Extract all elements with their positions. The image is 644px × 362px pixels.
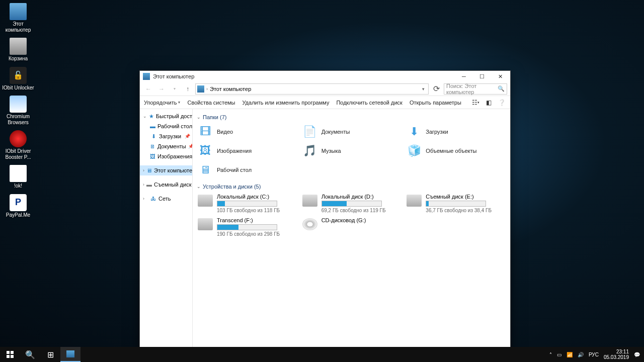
address-drop-icon[interactable]: ▾	[420, 86, 427, 92]
sidebar-item-quick-access[interactable]: ⌄★Быстрый доступ	[140, 111, 192, 121]
address-input[interactable]: › Этот компьютер ▾	[195, 83, 429, 95]
sidebar-item-network[interactable]: ›🖧Сеть	[140, 194, 192, 204]
chevron-right-icon[interactable]: ›	[143, 196, 147, 201]
pin-icon: 📌	[188, 144, 193, 149]
map-network-drive-button[interactable]: Подключить сетевой диск	[336, 100, 402, 106]
titlebar[interactable]: Этот компьютер ─ ☐ ✕	[140, 71, 510, 82]
desktop-icons: Этот компьютер Корзина 🔓IObit Unlocker C…	[2, 3, 34, 218]
chevron-right-icon[interactable]: ›	[143, 182, 144, 187]
drive-free-text: 69,2 ГБ свободно из 119 ГБ	[321, 208, 401, 213]
desktop-icon-recycle-bin[interactable]: Корзина	[2, 38, 34, 62]
network-icon: 🖧	[149, 195, 156, 202]
folder-item[interactable]: 🖥Рабочий стол	[197, 161, 297, 178]
file-explorer-window: Этот компьютер ─ ☐ ✕ ← → ▾ ↑ › Этот комп…	[139, 70, 511, 362]
folder-icon: 🧊	[407, 143, 422, 158]
maximize-button[interactable]: ☐	[473, 71, 491, 82]
chevron-right-icon[interactable]: ›	[143, 168, 144, 173]
task-view-button[interactable]: ⊞	[40, 347, 60, 362]
language-indicator[interactable]: РУС	[589, 352, 599, 357]
close-button[interactable]: ✕	[491, 71, 509, 82]
drive-item[interactable]: Transcend (F:)190 ГБ свободно из 298 ГБ	[197, 216, 297, 238]
desktop-icon-driver-booster[interactable]: IObit Driver Booster P...	[2, 130, 34, 160]
sidebar-item-downloads[interactable]: ⬇Загрузки📌	[140, 131, 192, 141]
forward-button[interactable]: →	[156, 83, 167, 95]
chevron-down-icon[interactable]: ⌄	[143, 114, 147, 119]
sidebar-item-pictures[interactable]: 🖼Изображения📌	[140, 151, 192, 161]
system-properties-button[interactable]: Свойства системы	[187, 100, 235, 106]
refresh-button[interactable]: ⟳	[431, 83, 442, 95]
notifications-button[interactable]: 💬	[634, 352, 640, 357]
drive-item[interactable]: CD-дисковод (G:)	[301, 216, 402, 238]
star-icon: ★	[149, 113, 154, 120]
desktop-icon-chromium[interactable]: Chromium Browsers	[2, 96, 34, 125]
drive-free-text: 103 ГБ свободно из 118 ГБ	[217, 208, 296, 213]
taskbar-item-explorer[interactable]	[60, 347, 80, 362]
desktop-icon-ok[interactable]: !ok!	[2, 165, 34, 189]
folder-item[interactable]: 🎞Видео	[197, 123, 297, 140]
search-icon: 🔍	[498, 85, 505, 92]
desktop-icon-paypal[interactable]: PPayPal.Me	[2, 194, 34, 218]
recent-locations-button[interactable]: ▾	[169, 83, 180, 95]
volume-icon[interactable]: 🔊	[578, 352, 584, 357]
folder-icon: 🎞	[198, 124, 213, 139]
folder-name: Объемные объекты	[426, 148, 476, 154]
uninstall-program-button[interactable]: Удалить или изменить программу	[242, 100, 329, 106]
folder-item[interactable]: 🎵Музыка	[301, 142, 402, 159]
sidebar-item-this-pc[interactable]: ›🖥Этот компьютер	[140, 165, 192, 175]
capacity-bar	[426, 201, 486, 207]
drive-item[interactable]: Локальный диск (C:)103 ГБ свободно из 11…	[197, 193, 297, 214]
minimize-button[interactable]: ─	[455, 71, 473, 82]
tray-chevron-up-icon[interactable]: ˄	[549, 352, 552, 357]
window-title: Этот компьютер	[153, 73, 455, 79]
pc-icon: 🖥	[146, 167, 152, 174]
folder-icon: ⬇	[407, 124, 422, 139]
drive-name: CD-дисковод (G:)	[321, 217, 401, 223]
folder-icon: 🎵	[302, 143, 317, 158]
up-button[interactable]: ↑	[182, 83, 193, 95]
folder-item[interactable]: 📄Документы	[301, 123, 402, 140]
svg-rect-2	[7, 355, 10, 358]
organize-menu[interactable]: Упорядочить▾	[144, 100, 180, 106]
desktop-icon-this-pc[interactable]: Этот компьютер	[2, 3, 34, 33]
view-options-button[interactable]: ☷▾	[471, 98, 480, 107]
drive-item[interactable]: Локальный диск (D:)69,2 ГБ свободно из 1…	[301, 193, 402, 214]
address-bar: ← → ▾ ↑ › Этот компьютер ▾ ⟳ Поиск: Этот…	[140, 82, 510, 96]
chevron-down-icon: ⌄	[197, 184, 201, 189]
drive-name: Локальный диск (D:)	[321, 194, 401, 200]
desktop-icon: ▬	[150, 123, 155, 130]
text-file-icon	[10, 165, 27, 182]
explorer-icon	[66, 350, 74, 357]
search-button[interactable]: 🔍	[20, 347, 40, 362]
sidebar-item-removable[interactable]: ›▬Съемный диск (E:)	[140, 179, 192, 190]
folder-item[interactable]: 🧊Объемные объекты	[406, 142, 506, 159]
content-area: ⌄Папки (7) 🎞Видео📄Документы⬇Загрузки🖼Изо…	[193, 109, 510, 356]
drive-icon	[198, 195, 213, 207]
capacity-bar	[217, 224, 277, 230]
group-header-folders[interactable]: ⌄Папки (7)	[197, 114, 506, 120]
address-text: Этот компьютер	[210, 86, 251, 92]
desktop-icon-iobit-unlocker[interactable]: 🔓IObit Unlocker	[2, 67, 34, 91]
wifi-icon[interactable]: 📶	[567, 352, 573, 357]
battery-icon[interactable]: ▭	[557, 352, 561, 357]
start-button[interactable]	[0, 347, 20, 362]
chevron-right-icon: ›	[206, 86, 208, 92]
sidebar-item-documents[interactable]: 🗎Документы📌	[140, 141, 192, 151]
folder-item[interactable]: ⬇Загрузки	[406, 123, 506, 140]
open-settings-button[interactable]: Открыть параметры	[410, 100, 461, 106]
recycle-bin-icon	[10, 38, 27, 55]
pc-icon	[10, 3, 27, 20]
chevron-down-icon: ⌄	[197, 115, 201, 120]
search-input[interactable]: Поиск: Этот компьютер 🔍	[444, 83, 507, 95]
clock[interactable]: 23:1105.03.2019	[604, 349, 629, 360]
folder-name: Загрузки	[426, 129, 448, 135]
folder-item[interactable]: 🖼Изображения	[197, 142, 297, 159]
sidebar-item-desktop[interactable]: ▬Рабочий стол📌	[140, 121, 192, 131]
help-button[interactable]: ❔	[497, 98, 506, 107]
folder-name: Рабочий стол	[217, 167, 252, 173]
sidebar: ⌄★Быстрый доступ ▬Рабочий стол📌 ⬇Загрузк…	[140, 109, 193, 356]
drive-item[interactable]: Съемный диск (E:)36,7 ГБ свободно из 38,…	[406, 193, 506, 214]
preview-pane-button[interactable]: ◧	[484, 98, 493, 107]
drive-icon	[407, 195, 422, 207]
back-button[interactable]: ←	[143, 83, 154, 95]
group-header-devices[interactable]: ⌄Устройства и диски (5)	[197, 184, 506, 190]
